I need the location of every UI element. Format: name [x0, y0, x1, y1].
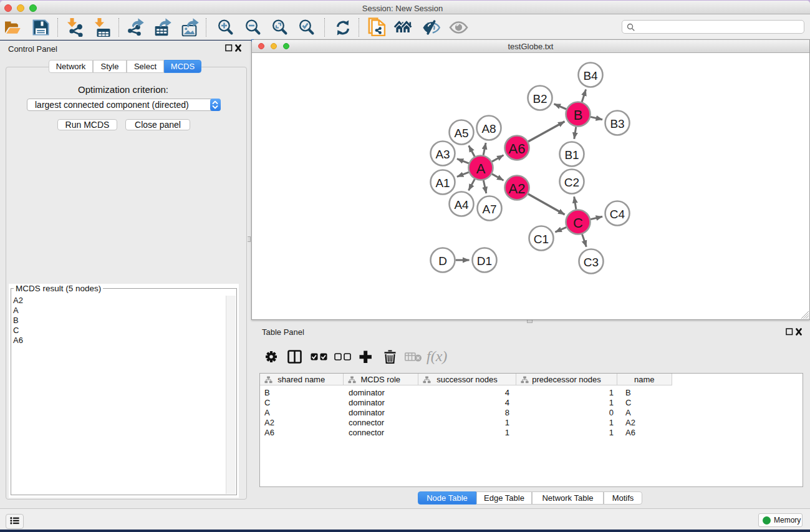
svg-text:B4: B4 [583, 69, 598, 82]
svg-text:C: C [573, 215, 583, 231]
svg-text:A: A [476, 161, 486, 177]
svg-text:B3: B3 [610, 117, 624, 130]
svg-text:B2: B2 [533, 92, 547, 105]
svg-text:A5: A5 [454, 127, 468, 140]
svg-text:A4: A4 [454, 198, 469, 211]
svg-text:D1: D1 [477, 254, 492, 268]
svg-text:A3: A3 [435, 148, 450, 161]
svg-text:A2: A2 [509, 181, 526, 196]
svg-text:B: B [574, 107, 583, 123]
svg-text:A8: A8 [481, 122, 496, 135]
svg-text:C3: C3 [584, 256, 599, 269]
svg-text:A1: A1 [435, 177, 450, 190]
svg-text:C2: C2 [564, 176, 579, 189]
svg-text:C4: C4 [610, 208, 625, 221]
svg-text:A6: A6 [509, 141, 526, 157]
svg-text:A7: A7 [482, 203, 496, 216]
svg-text:C1: C1 [534, 233, 549, 246]
svg-text:B1: B1 [564, 148, 579, 162]
svg-text:D: D [438, 254, 447, 268]
